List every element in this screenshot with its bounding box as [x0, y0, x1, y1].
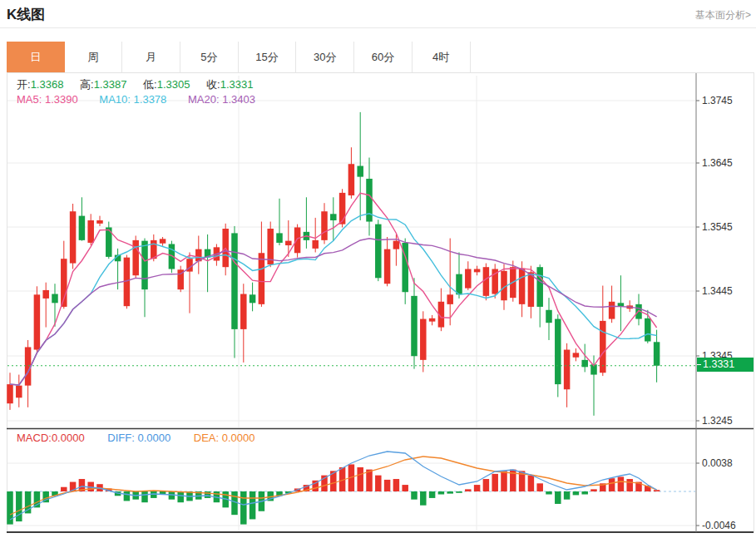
- macd-bar: [501, 471, 507, 491]
- close-label: 收:: [206, 78, 220, 91]
- candlestick: [52, 294, 58, 304]
- candlestick: [96, 220, 103, 224]
- price-axis-label: 1.3245: [702, 415, 733, 427]
- candlestick: [132, 240, 139, 275]
- low-value: 1.3305: [157, 78, 190, 91]
- candlestick: [609, 302, 615, 319]
- candlestick: [294, 227, 301, 253]
- ma10-value: 1.3378: [134, 93, 167, 106]
- page-title: K线图: [7, 5, 45, 24]
- candlestick: [276, 233, 283, 243]
- macd-bar: [456, 491, 462, 493]
- macd-bar: [528, 476, 535, 491]
- tab-日[interactable]: 日: [7, 42, 65, 72]
- macd-bar: [240, 491, 247, 525]
- candlestick: [357, 166, 363, 177]
- ma10-label: MA10:: [99, 93, 131, 106]
- macd-bar: [654, 490, 660, 491]
- macd-bar: [61, 487, 67, 491]
- macd-bar: [357, 467, 363, 491]
- candlestick: [447, 294, 453, 304]
- interval-tab-bar: 日周月5分15分30分60分4时: [7, 42, 754, 73]
- candlestick: [645, 318, 651, 342]
- macd-bar: [124, 491, 131, 501]
- macd-bar: [429, 491, 436, 498]
- macd-bar: [546, 491, 552, 495]
- tab-30分[interactable]: 30分: [296, 42, 354, 72]
- macd-bar: [420, 491, 427, 506]
- candlestick: [160, 239, 166, 243]
- candlestick: [573, 353, 580, 357]
- candlestick: [34, 294, 41, 349]
- close-value: 1.3331: [220, 78, 254, 91]
- candlestick: [519, 269, 526, 304]
- candlestick: [474, 269, 481, 273]
- macd-label: MACD:: [17, 432, 52, 444]
- candlestick: [330, 214, 337, 220]
- macd-bar: [393, 479, 400, 491]
- ohlc-row: 开:1.3368 高:1.3387 低:1.3305 收:1.3331: [17, 77, 266, 92]
- current-price-badge: 1.3331: [697, 358, 754, 372]
- ma-row: MA5: 1.3390 MA10: 1.3378 MA20: 1.3403: [17, 93, 274, 106]
- open-value: 1.3368: [31, 78, 64, 91]
- macd-bar: [483, 479, 490, 491]
- candlestick: [16, 386, 22, 398]
- macd-bar: [564, 491, 571, 500]
- candlestick: [240, 294, 247, 329]
- macd-bar: [590, 489, 597, 491]
- fundamental-analysis-link[interactable]: 基本面分析>: [695, 8, 751, 22]
- tab-月[interactable]: 月: [122, 42, 180, 72]
- ma20-value: 1.3403: [222, 93, 255, 106]
- macd-bar: [626, 479, 633, 491]
- macd-bar: [151, 491, 157, 498]
- high-label: 高:: [80, 78, 94, 91]
- macd-bar: [16, 491, 22, 521]
- candlestick: [321, 211, 328, 240]
- candlestick: [654, 342, 660, 365]
- candlestick: [151, 240, 157, 259]
- candlestick: [384, 249, 391, 284]
- macd-bar: [177, 491, 184, 502]
- macd-axis-label: -0.0046: [702, 520, 736, 531]
- candlestick: [231, 233, 238, 329]
- macd-bar: [141, 491, 148, 502]
- macd-bar: [465, 489, 472, 491]
- macd-axis-label: 0.0038: [702, 457, 733, 469]
- macd-bar: [618, 476, 625, 491]
- tab-15分[interactable]: 15分: [239, 42, 297, 72]
- macd-bar: [581, 491, 588, 495]
- kline-app: { "page": { "title": "K线图", "link_label"…: [0, 0, 756, 538]
- tab-4时[interactable]: 4时: [413, 42, 471, 72]
- price-axis-label: 1.3745: [702, 95, 733, 106]
- candlestick: [375, 225, 382, 279]
- candlestick: [339, 193, 346, 225]
- low-label: 低:: [143, 78, 157, 91]
- macd-bar: [573, 491, 580, 495]
- diff-value: 0.0000: [137, 432, 170, 444]
- macd-bar: [438, 491, 445, 495]
- candlestick: [87, 220, 94, 243]
- macd-bar: [536, 483, 543, 491]
- high-value: 1.3387: [94, 78, 127, 91]
- macd-bar: [447, 491, 453, 494]
- macd-bar: [375, 476, 382, 491]
- ma20-label: MA20:: [188, 93, 220, 106]
- candlestick: [250, 294, 256, 303]
- tab-周[interactable]: 周: [65, 42, 123, 72]
- dea-value: 0.0000: [222, 432, 255, 444]
- candlestick: [259, 253, 265, 304]
- ma5-label: MA5:: [17, 93, 42, 106]
- candlestick: [312, 240, 319, 249]
- candlestick: [70, 211, 77, 263]
- ma5-value: 1.3390: [45, 93, 78, 106]
- candlestick: [348, 164, 355, 195]
- candlestick: [456, 274, 462, 295]
- tab-5分[interactable]: 5分: [180, 42, 239, 72]
- macd-bar: [366, 470, 373, 491]
- macd-bar: [609, 478, 615, 491]
- candlestick: [465, 269, 472, 289]
- candlestick: [555, 319, 561, 385]
- diff-label: DIFF:: [107, 432, 135, 444]
- tab-60分[interactable]: 60分: [354, 42, 413, 72]
- price-axis-label: 1.3645: [702, 157, 733, 169]
